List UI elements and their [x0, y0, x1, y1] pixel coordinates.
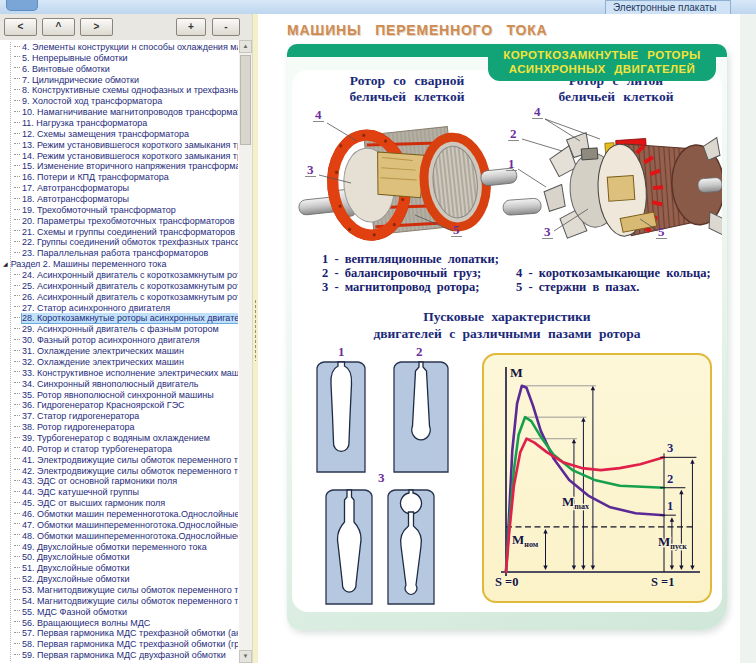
tree-item[interactable]: 49. Двухслойные обмотки переменного тока — [0, 542, 238, 553]
tree-item[interactable]: 5. Непрерывные обмотки — [0, 53, 238, 64]
tree-item[interactable]: 31. Охлаждение электрических машин — [0, 346, 238, 357]
tree-guide-dash — [14, 513, 20, 515]
tree-item[interactable]: 7. Цилиндрические обмотки — [0, 75, 238, 86]
tree-guide-dash — [14, 643, 20, 645]
tree-guide-dash — [14, 78, 20, 80]
tree-item[interactable]: 37. Статор гидрогенератора — [0, 411, 238, 422]
tree-item[interactable]: 40. Ротор и статор турбогенератора — [0, 444, 238, 455]
tree-item-label: 33. Конструктивное исполнение электричес… — [22, 368, 238, 378]
section-title-line2: двигателей с различными пазами ротора — [292, 325, 722, 342]
tree-item[interactable]: 53. Магнитодвижущие силы обмоток перемен… — [0, 585, 238, 596]
tree-guide-dash — [14, 306, 20, 308]
section-title-line1: Пусковые характеристики — [292, 308, 722, 325]
tree-item[interactable]: 27. Статор асинхронного двигателя — [0, 303, 238, 314]
nav-up-button[interactable]: ^ — [42, 18, 75, 36]
toolbar: < ^ > + - — [0, 14, 253, 41]
tree-item-label: 35. Ротор явнополюсной синхронной машины — [22, 390, 214, 400]
tree-item[interactable]: 24. Асинхронный двигатель с короткозамкн… — [0, 270, 238, 281]
callout-cast-1: 1 — [506, 157, 517, 171]
sidebar-scrollbar[interactable]: ▲ ▼ — [239, 40, 252, 663]
tree-item-label: 58. Первая гармоника МДС трехфазной обмо… — [22, 639, 238, 649]
tree-item[interactable]: 11. Нагрузка трансформатора — [0, 118, 238, 129]
tree-section[interactable]: ◢Раздел 2. Машины переменного тока — [0, 259, 238, 270]
tree-guide-dash — [14, 599, 20, 601]
scroll-down-icon[interactable]: ▼ — [239, 650, 252, 663]
tree-item[interactable]: 8. Конструктивные схемы однофазных и тре… — [0, 85, 238, 96]
tree-guide-dash — [14, 361, 20, 363]
legend-right-column: 4 - короткозамыкающие кольца; 5 - стержн… — [516, 266, 711, 294]
tree-item[interactable]: 33. Конструктивное исполнение электричес… — [0, 368, 238, 379]
rotor-cast-drawing — [500, 103, 722, 258]
tree-item-label: 28. Короткозамкнутые роторы асинхронных … — [22, 313, 238, 323]
tree-item-selected[interactable]: 28. Короткозамкнутые роторы асинхронных … — [0, 313, 238, 324]
tree-item-label: Раздел 2. Машины переменного тока — [11, 259, 167, 269]
tree-item[interactable]: 38. Ротор гидрогенератора — [0, 422, 238, 433]
banner-title-line1: КОРОТКОЗАМКНУТЫЕ РОТОРЫ — [488, 48, 716, 62]
zoom-in-button[interactable]: + — [176, 18, 206, 36]
tree-item[interactable]: 4. Элементы конструкции н способы охлажд… — [0, 42, 238, 53]
tree-item[interactable]: 47. Обмотки машинпеременноготока.Односло… — [0, 520, 238, 531]
tree-item[interactable]: 45. ЭДС от высших гармоник поля — [0, 498, 238, 509]
tree-item[interactable]: 44. ЭДС катушечной группы — [0, 487, 238, 498]
tree-guide-dash — [14, 295, 20, 297]
nav-forward-button[interactable]: > — [80, 18, 113, 36]
scroll-up-icon[interactable]: ▲ — [239, 40, 252, 53]
tree-item[interactable]: 9. Холостой ход трансформатора — [0, 96, 238, 107]
tree-guide-dash — [14, 252, 20, 254]
tree-item[interactable]: 6. Винтовые обмотки — [0, 64, 238, 75]
poster-page: Ротор со сварной беличьей клеткой Ротор … — [292, 70, 722, 612]
tree-item[interactable]: 19. Трехобмоточный трансформатор — [0, 205, 238, 216]
tree-item[interactable]: 35. Ротор явнополюсной синхронной машины — [0, 390, 238, 401]
tree-item[interactable]: 20. Параметры трехобмоточных трансформат… — [0, 216, 238, 227]
nav-back-button[interactable]: < — [4, 18, 37, 36]
tree-item[interactable]: 39. Турбогенератор с водяным охлаждением — [0, 433, 238, 444]
tree-item[interactable]: 29. Асинхронный двигатель с фазным ротор… — [0, 324, 238, 335]
tree-item[interactable]: 22. Группы соединений обмоток трехфазных… — [0, 237, 238, 248]
slot-shapes-figure: 1 2 3 — [310, 346, 470, 608]
tree-guide-dash — [14, 534, 20, 536]
tree-item[interactable]: 30. Фазный ротор асинхронного двигателя — [0, 335, 238, 346]
zoom-out-button[interactable]: - — [212, 18, 240, 36]
tree-item[interactable]: 59. Первая гармоника МДС двухфазной обмо… — [0, 650, 238, 661]
tree-guide-dash — [14, 632, 20, 634]
tree-item[interactable]: 23. Параллельная работа трансформаторов — [0, 248, 238, 259]
tree-item[interactable]: 42. Электродвижущие силы обмоток перемен… — [0, 466, 238, 477]
tree-item[interactable]: 32. Охлаждение электрических машин — [0, 357, 238, 368]
tree-item[interactable]: 25. Асинхронный двигатель с короткозамкн… — [0, 281, 238, 292]
tree-item[interactable]: 17. Автотрансформаторы — [0, 183, 238, 194]
tree-item[interactable]: 34. Синхронный явнополюсный двигатель — [0, 379, 238, 390]
tree-item[interactable]: 36. Гидрогенератор Красноярской ГЭС — [0, 400, 238, 411]
tree-item[interactable]: 54. Магнитодвижущие силы обмоток перемен… — [0, 596, 238, 607]
tree-item[interactable]: 57. Первая гармоника МДС трехфазной обмо… — [0, 628, 238, 639]
tree-item[interactable]: 18. Автотрансформаторы — [0, 194, 238, 205]
tree-item[interactable]: 43. ЭДС от основной гармоники поля — [0, 476, 238, 487]
tree-item[interactable]: 56. Вращающиеся волны МДС — [0, 618, 238, 629]
tree-item[interactable]: 10. Намагничивание магнитопроводов транс… — [0, 107, 238, 118]
tree-item[interactable]: 52. Двухслойные обмотки — [0, 574, 238, 585]
tree-item[interactable]: 21. Схемы и группы соединений трансформа… — [0, 227, 238, 238]
tree-item[interactable]: 48. Обмотки машинпеременноготока.Односло… — [0, 531, 238, 542]
scrollbar-thumb[interactable] — [240, 55, 251, 145]
tree-item[interactable]: 51. Двухслойные обмотки — [0, 563, 238, 574]
tree-guide-dash — [14, 111, 20, 113]
tree-item[interactable]: 14. Режим установившегося короткого замы… — [0, 151, 238, 162]
tree-item[interactable]: 16. Потери и КПД трансформатора — [0, 172, 238, 183]
tree-guide-dash — [14, 56, 20, 58]
tree-item[interactable]: 13. Режим установившегося короткого замы… — [0, 140, 238, 151]
poster-header: МАШИНЫ ПЕРЕМЕННОГО ТОКА — [287, 22, 547, 38]
tree-item-label: 38. Ротор гидрогенератора — [22, 422, 134, 432]
tree-item[interactable]: 58. Первая гармоника МДС трехфазной обмо… — [0, 639, 238, 650]
tree-item[interactable]: 46. Обмотки машин переменноготока.Односл… — [0, 509, 238, 520]
tree-item[interactable]: 50. Двухслойные обмотки — [0, 552, 238, 563]
content-scroll-gutter — [740, 14, 756, 663]
tree-guide-dash — [14, 350, 20, 352]
tree-item[interactable]: 26. Асинхронный двигатель с короткозамкн… — [0, 292, 238, 303]
tree-item[interactable]: 55. МДС Фазной обмотки — [0, 607, 238, 618]
tree-item[interactable]: 15. Изменение вторичного напряжения тран… — [0, 161, 238, 172]
tree-item[interactable]: 41. Электродвижущие силы обмоток перемен… — [0, 455, 238, 466]
tree-item-label: 55. МДС Фазной обмотки — [22, 607, 127, 617]
tree-item-label: 39. Турбогенератор с водяным охлаждением — [22, 433, 210, 443]
tree-item[interactable]: 12. Схемы замещения трансформатора — [0, 129, 238, 140]
app-tab[interactable] — [6, 0, 38, 11]
expander-icon[interactable]: ◢ — [3, 259, 8, 270]
